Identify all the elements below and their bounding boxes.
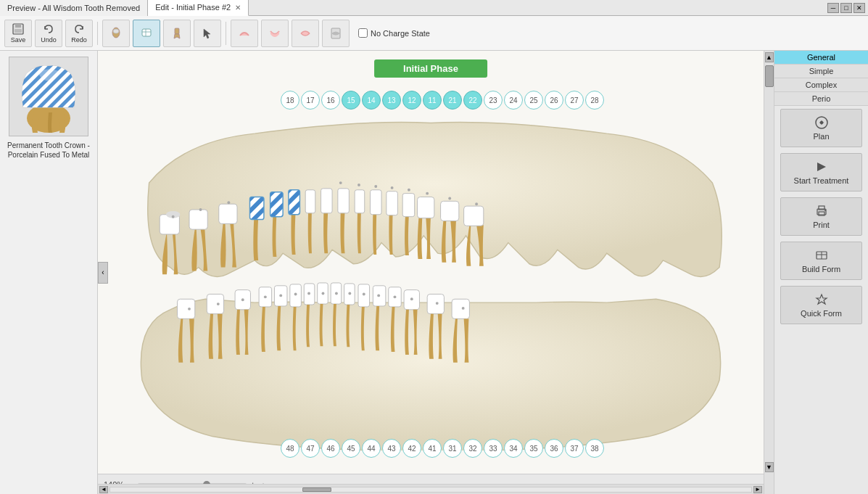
tab-general[interactable]: General <box>774 51 868 65</box>
svg-rect-8 <box>175 28 179 34</box>
minimize-button[interactable]: ─ <box>827 3 839 13</box>
svg-rect-28 <box>402 194 415 217</box>
implant-tool[interactable] <box>163 20 191 47</box>
bottom-scrollbar: ◄ ► <box>98 484 764 494</box>
tooth-43[interactable]: 43 <box>382 439 401 458</box>
tooth-16[interactable]: 16 <box>321 91 340 110</box>
scroll-down-button[interactable]: ▼ <box>765 462 774 472</box>
svg-rect-46 <box>427 294 444 313</box>
svg-point-51 <box>339 181 342 184</box>
svg-point-63 <box>279 294 282 297</box>
tooth-25[interactable]: 25 <box>524 91 543 110</box>
tab-close-icon[interactable]: ✕ <box>235 4 241 12</box>
tooth-45[interactable]: 45 <box>342 439 360 458</box>
tab-edit[interactable]: Edit - Initial Phase #2 ✕ <box>148 0 249 16</box>
print-button[interactable]: Print <box>780 197 862 236</box>
scroll-right-button[interactable]: ► <box>753 486 762 493</box>
tooth-21[interactable]: 21 <box>443 91 462 110</box>
svg-rect-37 <box>290 284 302 307</box>
tab-perio[interactable]: Perio <box>774 92 868 106</box>
horizontal-scroll-thumb <box>302 487 331 492</box>
tooth-32[interactable]: 32 <box>463 439 482 458</box>
undo-button[interactable]: Undo <box>35 20 62 47</box>
tooth-22[interactable]: 22 <box>463 91 482 110</box>
tooth-24[interactable]: 24 <box>504 91 523 110</box>
scroll-up-button[interactable]: ▲ <box>765 52 774 62</box>
svg-rect-21 <box>289 190 300 215</box>
svg-rect-2 <box>15 29 22 33</box>
svg-rect-22 <box>305 190 315 213</box>
tooth-36[interactable]: 36 <box>545 439 563 458</box>
svg-rect-26 <box>371 190 382 215</box>
svg-rect-20 <box>270 192 283 217</box>
tooth-47[interactable]: 47 <box>301 439 320 458</box>
svg-point-54 <box>391 186 394 189</box>
radiograph-tool[interactable] <box>322 20 350 47</box>
svg-rect-27 <box>387 192 398 215</box>
maximize-button[interactable]: □ <box>840 3 852 13</box>
tab-complex[interactable]: Complex <box>774 78 868 92</box>
no-charge-checkbox[interactable] <box>358 28 368 38</box>
tooth-26[interactable]: 26 <box>545 91 563 110</box>
jaw-illustration <box>105 112 756 450</box>
tooth-37[interactable]: 37 <box>565 439 584 458</box>
svg-point-58 <box>475 202 478 205</box>
svg-point-59 <box>188 308 191 310</box>
plan-button[interactable]: Plan <box>780 109 862 147</box>
svg-point-67 <box>335 292 338 295</box>
svg-rect-5 <box>142 29 151 36</box>
start-treatment-button[interactable]: Start Treatment <box>780 153 862 192</box>
build-form-button[interactable]: Build Form <box>780 242 862 280</box>
svg-point-64 <box>294 293 297 296</box>
tooth-13[interactable]: 13 <box>382 91 401 110</box>
tooth-11[interactable]: 11 <box>423 91 442 110</box>
tooth-28[interactable]: 28 <box>585 91 604 110</box>
tab-simple[interactable]: Simple <box>774 65 868 78</box>
full-jaw-tool[interactable] <box>292 20 319 47</box>
tooth-38[interactable]: 38 <box>585 439 604 458</box>
lower-jaw-tool[interactable] <box>261 20 289 47</box>
tooth-44[interactable]: 44 <box>362 439 381 458</box>
right-panel-tabs: General Simple Complex Perio <box>774 51 868 106</box>
save-button[interactable]: Save <box>4 20 32 47</box>
main-layout: Permanent Tooth Crown -Porcelain Fused T… <box>0 51 868 494</box>
lower-tooth-numbers: 48 47 46 45 44 43 42 41 31 32 33 34 35 3… <box>98 439 764 458</box>
left-panel: Permanent Tooth Crown -Porcelain Fused T… <box>0 51 98 494</box>
tooth-48[interactable]: 48 <box>281 439 299 458</box>
tooth-42[interactable]: 42 <box>402 439 421 458</box>
scroll-left-button[interactable]: ◄ <box>99 486 108 493</box>
crown-tool[interactable] <box>133 20 160 47</box>
svg-point-52 <box>357 184 360 186</box>
tooth-17[interactable]: 17 <box>301 91 320 110</box>
svg-point-56 <box>426 192 429 195</box>
tooth-41[interactable]: 41 <box>423 439 442 458</box>
tooth-27[interactable]: 27 <box>565 91 584 110</box>
tooth-15[interactable]: 15 <box>342 91 360 110</box>
select-tool[interactable] <box>194 20 221 47</box>
close-button[interactable]: ✕ <box>853 3 865 13</box>
svg-point-62 <box>264 295 267 298</box>
tooth-31[interactable]: 31 <box>443 439 462 458</box>
phase-label: Initial Phase <box>374 59 487 78</box>
svg-point-76 <box>820 121 823 124</box>
toolbar: Save Undo Redo <box>0 16 868 51</box>
tooth-46[interactable]: 46 <box>321 439 340 458</box>
tooth-35[interactable]: 35 <box>524 439 543 458</box>
svg-point-72 <box>410 297 413 300</box>
tooth-23[interactable]: 23 <box>484 91 503 110</box>
svg-rect-19 <box>249 197 263 220</box>
single-tooth-tool[interactable] <box>102 20 130 47</box>
tab-preview[interactable]: Preview - All Wisdom Tooth Removed <box>0 0 148 16</box>
svg-point-49 <box>199 208 202 211</box>
tooth-12[interactable]: 12 <box>402 91 421 110</box>
tooth-34[interactable]: 34 <box>504 439 523 458</box>
quick-form-button[interactable]: Quick Form <box>780 286 862 324</box>
tooth-14[interactable]: 14 <box>362 91 381 110</box>
svg-point-80 <box>824 210 826 211</box>
tooth-18[interactable]: 18 <box>281 91 299 110</box>
redo-button[interactable]: Redo <box>65 20 93 47</box>
separator-1 <box>97 22 98 45</box>
tooth-33[interactable]: 33 <box>484 439 503 458</box>
left-scroll-arrow[interactable]: ‹ <box>98 262 108 284</box>
upper-jaw-tool[interactable] <box>231 20 258 47</box>
